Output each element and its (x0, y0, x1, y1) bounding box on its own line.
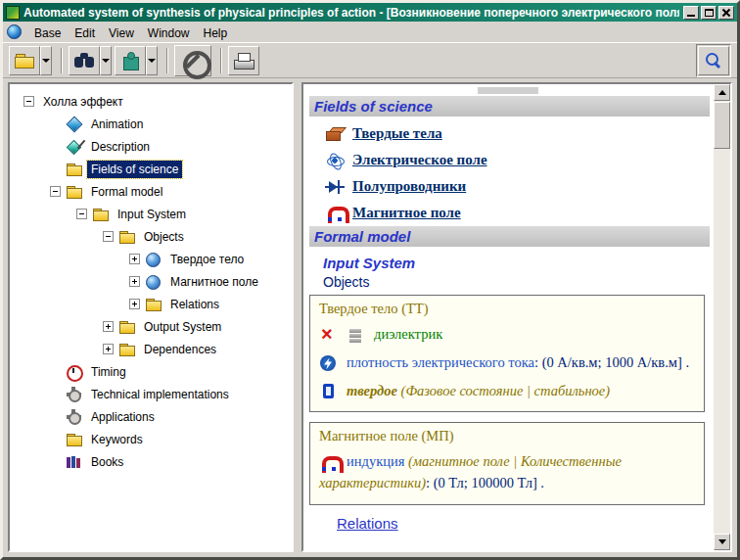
model-box-row: диэлектрик (319, 324, 695, 346)
open-dropdown-button[interactable] (40, 46, 52, 75)
menubar: BaseEditViewWindowHelp (3, 22, 737, 42)
titlebar[interactable]: Automated system of synthesis of physica… (3, 3, 737, 22)
menu-item-edit[interactable]: Edit (68, 24, 102, 42)
tree-item-label: Technical implementations (87, 386, 233, 403)
tree-item-formal-model[interactable]: Formal model (10, 180, 292, 203)
tree-item-твердое-тело[interactable]: Твердое тело (10, 248, 292, 270)
tree-item-label: Objects (140, 228, 188, 246)
science-link-полупроводники[interactable]: Полупроводники (352, 178, 466, 195)
scrollbar-thumb[interactable] (714, 102, 730, 149)
clipped-content-fragment (309, 84, 711, 96)
maximize-icon (705, 9, 714, 17)
tree-item-keywords[interactable]: Keywords (10, 428, 292, 450)
content-scrollbar[interactable] (714, 84, 730, 550)
plus-expander-icon[interactable] (103, 344, 114, 354)
minus-expander-icon[interactable] (50, 186, 61, 197)
modules-button[interactable] (115, 46, 146, 75)
toolbar-buttons (9, 45, 262, 76)
model-box-text: : (0 А/кв.м; 1000 А/кв.м] . (534, 354, 689, 370)
science-link-магнитное-поле[interactable]: Магнитное поле (352, 205, 461, 221)
science-link-электрическое-поле[interactable]: Электрическое поле (352, 152, 487, 168)
preview-button[interactable] (698, 46, 729, 75)
menu-item-base[interactable]: Base (27, 24, 68, 42)
toolbar-separator (166, 48, 168, 73)
model-box-title: Твердое тело (ТТ) (319, 301, 695, 317)
plus-expander-icon[interactable] (129, 276, 140, 287)
minus-expander-icon[interactable] (103, 231, 114, 242)
scroll-up-icon[interactable] (714, 84, 730, 101)
fields-of-science-header: Fields of science (309, 96, 710, 117)
tree-item-магнитное-поле[interactable]: Магнитное поле (10, 270, 292, 293)
toolbar-separator (61, 48, 63, 73)
folder-icon (66, 162, 83, 177)
science-link-row: Магнитное поле (309, 200, 711, 226)
toolbar-group-stop (174, 45, 211, 76)
science-link-твердые-тела[interactable]: Твердые тела (352, 125, 442, 142)
toolbar-group-print (228, 46, 259, 75)
close-icon (721, 8, 731, 17)
plus-expander-icon[interactable] (103, 321, 114, 332)
navigation-tree-pane: Холла эффектAnimationDescriptionFields o… (8, 82, 294, 552)
close-button[interactable] (718, 6, 734, 20)
tree-item-label: Formal model (87, 183, 166, 201)
tree-item-applications[interactable]: Applications (10, 405, 292, 428)
plus-expander-icon[interactable] (129, 299, 140, 309)
binoculars-icon (73, 51, 95, 70)
find-dropdown-button[interactable] (100, 46, 112, 75)
tree-item-output-system[interactable]: Output System (10, 315, 292, 338)
model-box-магнитное-поле-мп: Магнитное поле (МП)индукция (магнитное п… (309, 422, 705, 505)
tree-item-input-system[interactable]: Input System (10, 203, 292, 225)
tree-item-label: Books (87, 453, 127, 471)
tree-item-objects[interactable]: Objects (10, 225, 292, 248)
print-button[interactable] (228, 46, 259, 75)
menu-item-view[interactable]: View (102, 24, 141, 42)
model-box-text: твердое (347, 383, 401, 398)
folder-icon (118, 319, 136, 335)
toolbar-group-open (9, 46, 52, 75)
relations-link[interactable]: Relations (337, 515, 711, 532)
window-controls (683, 6, 734, 20)
tree-item-label: Keywords (87, 431, 147, 448)
tree-item-technical-implementations[interactable]: Technical implementations (10, 383, 292, 405)
folder-icon (92, 207, 110, 222)
scroll-down-icon[interactable] (714, 534, 730, 550)
document-window-icon[interactable] (7, 24, 22, 39)
minus-expander-icon[interactable] (23, 96, 34, 107)
tree-item-relations[interactable]: Relations (10, 293, 292, 315)
tree-item-label: Description (87, 138, 154, 156)
tree-item-label: Relations (166, 296, 223, 313)
minimize-button[interactable] (683, 6, 699, 20)
modules-dropdown-button[interactable] (146, 46, 158, 75)
plus-expander-icon[interactable] (129, 254, 140, 264)
tree-item-label: Твердое тело (166, 251, 248, 268)
maximize-button[interactable] (701, 6, 717, 20)
app-icon (6, 6, 20, 20)
menu-item-window[interactable]: Window (141, 24, 197, 42)
tree: Холла эффектAnimationDescriptionFields o… (10, 90, 292, 473)
window-title: Automated system of synthesis of physica… (23, 6, 679, 20)
science-link-row: Полупроводники (309, 173, 711, 200)
tree-item-dependences[interactable]: Dependences (10, 338, 292, 360)
client-area: Холла эффектAnimationDescriptionFields o… (3, 78, 737, 557)
red-x-icon (319, 327, 339, 345)
menu-item-help[interactable]: Help (197, 24, 235, 42)
science-link-row: Электрическое поле (309, 147, 711, 173)
tree-item-timing[interactable]: Timing (10, 360, 292, 383)
stop-button[interactable] (174, 45, 211, 76)
content-pane: Fields of science Твердые телаЭлектричес… (301, 82, 732, 552)
printer-icon (233, 51, 254, 70)
model-box-text: индукция (347, 453, 408, 469)
find-button[interactable] (69, 46, 100, 75)
minus-expander-icon[interactable] (76, 209, 87, 219)
pane-splitter[interactable] (294, 82, 301, 552)
tree-item-холла-эффект[interactable]: Холла эффект (10, 90, 292, 113)
tree-item-fields-of-science[interactable]: Fields of science (10, 158, 292, 180)
folder-icon (118, 229, 136, 245)
open-button[interactable] (9, 46, 40, 75)
tree-item-books[interactable]: Books (10, 450, 292, 473)
model-box-text: плотность электрического тока (347, 354, 534, 370)
model-boxes: Твердое тело (ТТ)диэлектрикплотность эле… (309, 295, 711, 505)
tree-item-description[interactable]: Description (10, 135, 292, 158)
tree-item-animation[interactable]: Animation (10, 113, 292, 135)
model-box-title: Магнитное поле (МП) (319, 428, 695, 444)
